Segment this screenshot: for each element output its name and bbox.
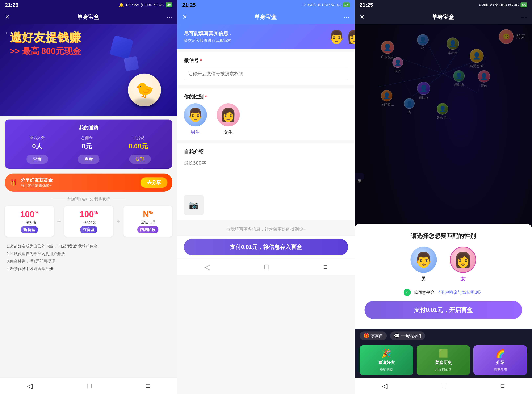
- form-header-text: 尽可能填写真实信息.. 提交后客服将进行认真审核: [184, 30, 325, 43]
- agree-text: 我同意平台 《用户协议与隐私规则》: [413, 290, 483, 295]
- modal-title: 请选择您想要匹配的性别: [365, 232, 522, 240]
- page-title-2: 单身宝盒: [254, 13, 277, 21]
- modal-gender-female[interactable]: 👩 女: [450, 247, 476, 282]
- nav-menu-2[interactable]: ≡: [323, 263, 328, 271]
- view-btn-2[interactable]: 查看: [78, 155, 99, 164]
- nav-back-2[interactable]: ◁: [205, 263, 210, 271]
- signal-icon-1: 180KB/s 奈 HDR 5G 4G: [125, 2, 164, 7]
- form-header-illustration: 👨 👩: [329, 29, 348, 44]
- title-bar-1: ✕ 单身宝盒 ···: [0, 10, 177, 24]
- time-2: 21:25: [182, 2, 196, 8]
- stat-invite-count: 邀请人数 0人: [29, 135, 45, 151]
- reward-card-3: N% 区域代理 内测阶段: [124, 206, 172, 237]
- bottom-nav-2: ◁ □ ≡: [177, 259, 355, 275]
- modal-female-avatar: 👩: [450, 247, 476, 273]
- dating-network-bg: 😊 阴天 👤 广东交友 👤 识 👤 车出租 👤 高爱态(哈 👤 青欢 👤 我剥嘛: [355, 24, 532, 329]
- menu-button-1[interactable]: ···: [167, 14, 172, 21]
- feature-tag-commission[interactable]: 🎁 享高佣: [360, 332, 387, 340]
- female-avatar: 👩: [217, 104, 240, 126]
- invite-emoji-icon: 🎉: [381, 349, 391, 358]
- rules-section: 1.邀请好友成为自己的下级，下级消费后 我获得佣金 2.区域代理仅为部分内测用户…: [0, 239, 177, 276]
- submit-btn-bar: 支付0.01元，将信息存入盲盒: [177, 235, 355, 259]
- status-icons-1: 🔔 180KB/s 奈 HDR 5G 4G 45: [119, 2, 172, 7]
- reward-card-1: 100% 下级好友 拆盲盒: [5, 206, 54, 237]
- feature-tag-intro[interactable]: 💬 一句话介绍: [390, 332, 425, 340]
- rule-4: 4.严禁作弊手段刷虚拟注册: [7, 265, 171, 273]
- camera-icon: 📷: [189, 200, 199, 210]
- more-info-hint[interactable]: 点我填写更多信息，让对象更好的找到你~: [177, 223, 355, 235]
- time-1: 21:25: [5, 2, 18, 8]
- nav-back-1[interactable]: ◁: [27, 382, 33, 390]
- share-banner: 🎁 分享好友获赏金 当月老也能赚钱啦~ 去分享: [5, 174, 172, 192]
- action-card-intro-name: 介绍: [496, 360, 505, 365]
- nav-menu-1[interactable]: ≡: [146, 382, 150, 390]
- submit-button[interactable]: 支付0.01元，将信息存入盲盒: [184, 239, 348, 255]
- gift-icon: 🎁: [364, 333, 369, 338]
- modal-male-label: 男: [421, 275, 426, 282]
- intro-emoji-icon: 🌈: [495, 349, 505, 358]
- panel-profile: 21:25 12.0KB/s 奈 HDR 5G 4G 45 ✕ 单身宝盒 ···…: [177, 0, 355, 394]
- nav-home-3[interactable]: □: [442, 382, 446, 390]
- plus-1: +: [57, 218, 61, 225]
- menu-button-2[interactable]: ···: [344, 14, 350, 21]
- invite-title: 邀好友提钱赚: [10, 31, 81, 44]
- rule-2: 2.区域代理仅为部分内测用户开放: [7, 250, 171, 258]
- gender-female[interactable]: 👩 女生: [217, 104, 240, 135]
- action-card-invite-desc: 赚钱利器: [380, 367, 393, 372]
- signal-icon-2: 12.0KB/s 奈 HDR 5G 4G: [302, 2, 341, 7]
- wechat-input[interactable]: [184, 67, 348, 80]
- hero-banner: ✦ ✦ 邀好友提钱赚 >> 最高 800元现金 🐤: [0, 24, 177, 116]
- intro-label: 自我介绍: [184, 148, 348, 155]
- page-title-3: 单身宝盒: [432, 13, 454, 21]
- gender-male[interactable]: 👨 男生: [184, 104, 207, 135]
- panel-dating: 21:25 0.36KB/s 奈 HDR 5G 4G 45 ✕ 单身宝盒 ···: [355, 0, 532, 394]
- invite-card: 我的邀请 邀请人数 0人 总佣金 0元 可提现 0.00元 查看 查看 提现: [5, 119, 172, 169]
- bottom-nav-1: ◁ □ ≡: [0, 378, 177, 394]
- action-card-intro[interactable]: 🌈 介绍 脱单介绍: [473, 345, 527, 375]
- male-label: 男生: [191, 129, 200, 135]
- nav-home-2[interactable]: □: [265, 263, 269, 271]
- time-3: 21:25: [360, 2, 373, 8]
- modal-female-label: 女: [461, 275, 465, 282]
- intro-section: 自我介绍 📷: [177, 144, 355, 220]
- back-button-1[interactable]: ✕: [5, 14, 10, 21]
- history-emoji-icon: 🟩: [438, 349, 448, 358]
- action-card-history-desc: 开启的记录: [435, 367, 452, 372]
- male-avatar: 👨: [184, 104, 207, 126]
- cash-amount: >> 最高 800元现金: [10, 46, 81, 57]
- photo-upload[interactable]: 📷: [184, 195, 203, 215]
- title-bar-2: ✕ 单身宝盒 ···: [177, 10, 355, 24]
- menu-button-3[interactable]: ···: [521, 14, 527, 21]
- nav-back-3[interactable]: ◁: [382, 382, 387, 390]
- reward-card-2: 100% 下级好友 存盲盒: [64, 206, 113, 237]
- back-button-3[interactable]: ✕: [360, 14, 365, 21]
- intro-textarea[interactable]: [184, 158, 348, 191]
- action-card-invite[interactable]: 🎉 邀请好友 赚钱利器: [360, 345, 413, 375]
- reward-cards: 100% 下级好友 拆盲盒 + 100% 下级好友 存盲盒 + N% 区域代理 …: [5, 206, 172, 237]
- bottom-nav-3: ◁ □ ≡: [355, 378, 532, 394]
- pay-open-button[interactable]: 支付0.01元，开启盲盒: [365, 301, 522, 319]
- back-button-2[interactable]: ✕: [182, 14, 187, 21]
- page-title-1: 单身宝盒: [77, 13, 99, 21]
- status-bar-1: 21:25 🔔 180KB/s 奈 HDR 5G 4G 45: [0, 0, 177, 10]
- withdraw-btn[interactable]: 提现: [129, 155, 151, 164]
- panel-invite: 21:25 🔔 180KB/s 奈 HDR 5G 4G 45 ✕ 单身宝盒 ··…: [0, 0, 177, 394]
- modal-gender-row: 👨 男 👩 女: [365, 247, 522, 282]
- agreement-link[interactable]: 《用户协议与隐私规则》: [436, 290, 483, 295]
- gender-section: 你的性别 * 👨 男生 👩 女生: [177, 88, 355, 140]
- nav-home-1[interactable]: □: [87, 382, 92, 390]
- modal-male-avatar: 👨: [411, 247, 437, 273]
- gender-selection-modal: 请选择您想要匹配的性别 👨 男 👩 女 ✓ 我同意平台 《用户协议与: [355, 224, 532, 329]
- view-btn-1[interactable]: 查看: [26, 155, 48, 164]
- nav-menu-3[interactable]: ≡: [501, 382, 505, 390]
- go-share-button[interactable]: 去分享: [141, 177, 167, 188]
- invite-card-title: 我的邀请: [11, 124, 166, 131]
- invite-actions: 查看 查看 提现: [11, 155, 166, 164]
- stat-withdrawable: 可提现 0.00元: [129, 135, 148, 151]
- modal-gender-male[interactable]: 👨 男: [411, 247, 437, 282]
- plus-2: +: [116, 218, 120, 225]
- action-card-intro-desc: 脱单介绍: [494, 367, 507, 372]
- action-card-history[interactable]: 🟩 盲盒历史 开启的记录: [417, 345, 470, 375]
- rule-3: 3.佣金秒到，满1元即可提现: [7, 257, 171, 265]
- agree-checkbox[interactable]: ✓: [404, 289, 411, 296]
